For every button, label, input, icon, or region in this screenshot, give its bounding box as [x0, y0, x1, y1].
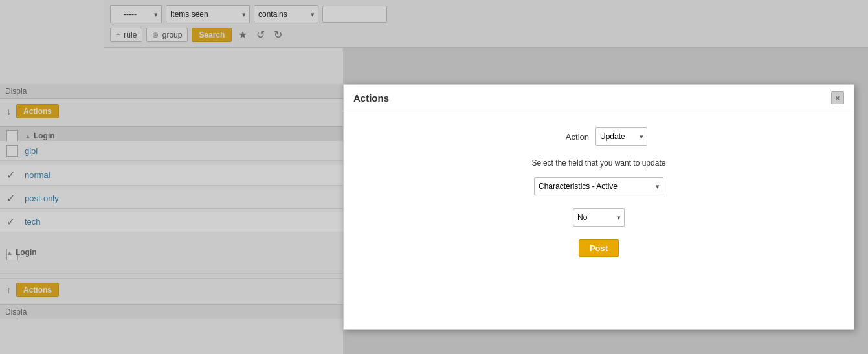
characteristics-select[interactable]: Characteristics - Active Status Name	[534, 177, 663, 195]
action-select-wrapper: Update Delete Add	[595, 127, 647, 146]
modal-title-bar: Actions ×	[344, 85, 854, 111]
value-select-container: No Yes	[573, 208, 625, 227]
modal-action-row: Action Update Delete Add	[357, 127, 841, 146]
action-select[interactable]: Update Delete Add	[595, 127, 647, 146]
modal-title: Actions	[353, 93, 389, 104]
modal-body: Action Update Delete Add Select the fiel…	[344, 111, 854, 286]
modal-value-select-row: No Yes	[357, 208, 841, 227]
modal-info-text: Select the field that you want to update	[357, 159, 841, 168]
modal-close-button[interactable]: ×	[831, 91, 844, 104]
modal-field-select-row: Characteristics - Active Status Name	[357, 177, 841, 195]
actions-modal: Actions × Action Update Delete Add Selec…	[343, 84, 854, 330]
action-label: Action	[550, 132, 589, 142]
field-select-container: Characteristics - Active Status Name	[534, 177, 663, 195]
modal-post-row: Post	[357, 239, 841, 257]
value-select[interactable]: No Yes	[573, 208, 625, 227]
post-button[interactable]: Post	[579, 239, 619, 257]
